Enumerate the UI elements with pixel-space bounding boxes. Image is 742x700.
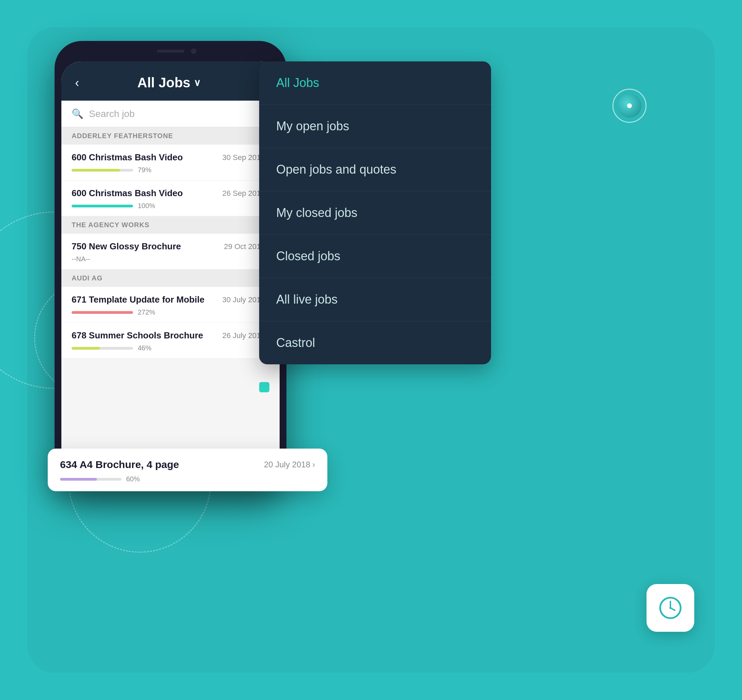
phone-speaker — [157, 50, 184, 53]
phone-device: ‹ All Jobs ∨ ≡ 🔍 Search job ADDERLEY FEA… — [54, 41, 286, 491]
dropdown-item-open-jobs-quotes[interactable]: Open jobs and quotes — [259, 148, 491, 192]
progress-bar-fill — [72, 311, 133, 314]
circle-dot — [627, 103, 632, 108]
dropdown-menu[interactable]: All Jobs My open jobs Open jobs and quot… — [259, 61, 491, 364]
phone-screen: ‹ All Jobs ∨ ≡ 🔍 Search job ADDERLEY FEA… — [61, 61, 280, 471]
job-name: 600 Christmas Bash Video — [72, 152, 183, 163]
progress-percent: 46% — [138, 344, 152, 352]
floating-card-date: 20 July 2018 › — [264, 460, 315, 469]
phone-camera — [191, 49, 196, 54]
section-header-agency: THE AGENCY WORKS — [61, 216, 280, 234]
progress-bar-bg — [72, 347, 133, 350]
progress-percent: 272% — [138, 308, 155, 316]
progress-percent: 79% — [138, 166, 152, 174]
teal-square-indicator — [259, 382, 269, 392]
progress-bar-fill — [72, 205, 133, 208]
progress-row: 100% — [72, 202, 269, 210]
floating-card-job-name: 634 A4 Brochure, 4 page — [60, 459, 179, 470]
job-item[interactable]: 671 Template Update for Mobile 30 July 2… — [61, 287, 280, 323]
progress-bar-bg — [72, 311, 133, 314]
section-header-adderley: ADDERLEY FEATHERSTONE — [61, 127, 280, 144]
circle-icon-widget — [612, 89, 646, 123]
dropdown-item-closed-jobs[interactable]: Closed jobs — [259, 235, 491, 278]
circle-inner — [618, 94, 641, 118]
job-item[interactable]: 600 Christmas Bash Video 30 Sep 2018 › 7… — [61, 144, 280, 180]
header-title-container[interactable]: All Jobs ∨ — [137, 75, 201, 90]
dropdown-item-all-live-jobs[interactable]: All live jobs — [259, 278, 491, 321]
app-header: ‹ All Jobs ∨ ≡ — [61, 61, 280, 101]
clock-icon — [658, 596, 682, 620]
progress-bar-bg — [60, 478, 121, 480]
progress-row: 46% — [72, 344, 269, 352]
progress-bar-bg — [72, 169, 133, 172]
job-item[interactable]: 600 Christmas Bash Video 26 Sep 2018 › 1… — [61, 180, 280, 216]
phone-notch — [136, 47, 205, 59]
header-title-text: All Jobs — [137, 75, 191, 90]
phone-frame: ‹ All Jobs ∨ ≡ 🔍 Search job ADDERLEY FEA… — [54, 41, 286, 491]
dropdown-item-all-jobs[interactable]: All Jobs — [259, 61, 491, 105]
progress-row-na: --NA-- — [72, 255, 269, 263]
progress-bar-bg — [72, 205, 133, 208]
progress-percent: 100% — [138, 202, 155, 210]
job-name: 671 Template Update for Mobile — [72, 295, 205, 305]
job-name: 678 Summer Schools Brochure — [72, 330, 203, 341]
job-item[interactable]: 678 Summer Schools Brochure 26 July 2018… — [61, 323, 280, 358]
section-header-audi: AUDI AG — [61, 270, 280, 287]
circle-outer-ring — [612, 89, 646, 123]
header-title-chevron-icon: ∨ — [194, 77, 201, 88]
dropdown-item-my-closed-jobs[interactable]: My closed jobs — [259, 192, 491, 235]
chevron-right-icon: › — [312, 460, 315, 469]
job-item[interactable]: 750 New Glossy Brochure 29 Oct 2018 › --… — [61, 234, 280, 270]
progress-bar-fill — [72, 169, 120, 172]
job-name: 600 Christmas Bash Video — [72, 188, 183, 199]
clock-button[interactable] — [646, 584, 694, 632]
job-name: 750 New Glossy Brochure — [72, 241, 181, 252]
progress-percent: 60% — [126, 475, 140, 483]
progress-row: 272% — [72, 308, 269, 316]
search-bar[interactable]: 🔍 Search job — [61, 101, 280, 127]
progress-row: 79% — [72, 166, 269, 174]
floating-card-progress-row: 60% — [60, 475, 315, 483]
search-icon: 🔍 — [72, 108, 84, 119]
progress-bar-fill — [60, 478, 97, 480]
dropdown-item-my-open-jobs[interactable]: My open jobs — [259, 105, 491, 148]
dropdown-item-castrol[interactable]: Castrol — [259, 321, 491, 364]
svg-point-3 — [669, 607, 671, 609]
search-input[interactable]: Search job — [89, 109, 135, 119]
back-button[interactable]: ‹ — [75, 76, 79, 90]
progress-na-text: --NA-- — [72, 255, 90, 263]
floating-job-card[interactable]: 634 A4 Brochure, 4 page 20 July 2018 › 6… — [48, 449, 327, 491]
progress-bar-fill — [72, 347, 100, 350]
